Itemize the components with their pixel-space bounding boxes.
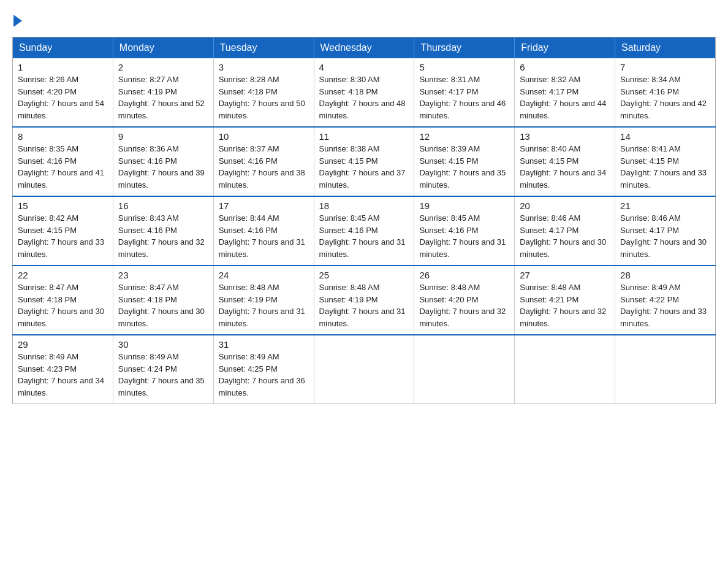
calendar-cell: 14 Sunrise: 8:41 AM Sunset: 4:15 PM Dayl…	[615, 127, 716, 196]
calendar-cell: 15 Sunrise: 8:42 AM Sunset: 4:15 PM Dayl…	[13, 196, 113, 266]
calendar-cell: 27 Sunrise: 8:48 AM Sunset: 4:21 PM Dayl…	[515, 266, 615, 335]
day-number: 27	[520, 270, 610, 280]
day-info: Sunrise: 8:48 AM Sunset: 4:21 PM Dayligh…	[520, 282, 610, 329]
calendar-cell: 13 Sunrise: 8:40 AM Sunset: 4:15 PM Dayl…	[515, 127, 615, 196]
day-number: 15	[18, 201, 108, 211]
calendar-cell: 28 Sunrise: 8:49 AM Sunset: 4:22 PM Dayl…	[615, 266, 716, 335]
day-number: 3	[219, 62, 309, 72]
calendar-cell: 3 Sunrise: 8:28 AM Sunset: 4:18 PM Dayli…	[213, 58, 314, 127]
day-info: Sunrise: 8:30 AM Sunset: 4:18 PM Dayligh…	[319, 74, 409, 121]
header-monday: Monday	[113, 37, 213, 59]
calendar-week-row: 8 Sunrise: 8:35 AM Sunset: 4:16 PM Dayli…	[13, 127, 716, 196]
day-number: 25	[319, 270, 409, 280]
calendar-cell: 31 Sunrise: 8:49 AM Sunset: 4:25 PM Dayl…	[213, 335, 314, 404]
day-number: 19	[419, 201, 509, 211]
day-info: Sunrise: 8:48 AM Sunset: 4:19 PM Dayligh…	[219, 282, 309, 329]
calendar-cell: 21 Sunrise: 8:46 AM Sunset: 4:17 PM Dayl…	[615, 196, 716, 266]
calendar-cell	[314, 335, 414, 404]
day-number: 7	[620, 62, 710, 72]
calendar-cell: 8 Sunrise: 8:35 AM Sunset: 4:16 PM Dayli…	[13, 127, 113, 196]
calendar-cell: 25 Sunrise: 8:48 AM Sunset: 4:19 PM Dayl…	[314, 266, 414, 335]
day-number: 22	[18, 270, 108, 280]
day-number: 2	[118, 62, 208, 72]
day-info: Sunrise: 8:46 AM Sunset: 4:17 PM Dayligh…	[520, 212, 610, 260]
calendar-cell	[615, 335, 716, 404]
day-number: 4	[319, 62, 409, 72]
calendar-cell: 1 Sunrise: 8:26 AM Sunset: 4:20 PM Dayli…	[13, 58, 113, 127]
day-number: 24	[219, 270, 309, 280]
header-tuesday: Tuesday	[213, 37, 314, 59]
day-info: Sunrise: 8:44 AM Sunset: 4:16 PM Dayligh…	[219, 212, 309, 260]
day-info: Sunrise: 8:48 AM Sunset: 4:20 PM Dayligh…	[419, 282, 509, 329]
day-number: 5	[419, 62, 509, 72]
calendar-cell: 17 Sunrise: 8:44 AM Sunset: 4:16 PM Dayl…	[213, 196, 314, 266]
day-info: Sunrise: 8:48 AM Sunset: 4:19 PM Dayligh…	[319, 282, 409, 329]
day-number: 18	[319, 201, 409, 211]
calendar-cell: 10 Sunrise: 8:37 AM Sunset: 4:16 PM Dayl…	[213, 127, 314, 196]
calendar-table: Sunday Monday Tuesday Wednesday Thursday…	[12, 37, 716, 404]
calendar-cell: 29 Sunrise: 8:49 AM Sunset: 4:23 PM Dayl…	[13, 335, 113, 404]
day-number: 1	[18, 62, 108, 72]
day-number: 30	[118, 339, 208, 350]
day-info: Sunrise: 8:34 AM Sunset: 4:16 PM Dayligh…	[620, 74, 710, 121]
day-number: 14	[620, 131, 710, 142]
calendar-week-row: 1 Sunrise: 8:26 AM Sunset: 4:20 PM Dayli…	[13, 58, 716, 127]
day-number: 31	[219, 339, 309, 350]
header-wednesday: Wednesday	[314, 37, 414, 59]
day-info: Sunrise: 8:47 AM Sunset: 4:18 PM Dayligh…	[118, 282, 208, 329]
day-info: Sunrise: 8:46 AM Sunset: 4:17 PM Dayligh…	[620, 212, 710, 260]
day-number: 10	[219, 131, 309, 142]
page-header	[12, 12, 716, 27]
calendar-cell: 19 Sunrise: 8:45 AM Sunset: 4:16 PM Dayl…	[414, 196, 515, 266]
day-info: Sunrise: 8:31 AM Sunset: 4:17 PM Dayligh…	[419, 74, 509, 121]
day-info: Sunrise: 8:36 AM Sunset: 4:16 PM Dayligh…	[118, 143, 208, 191]
calendar-cell	[515, 335, 615, 404]
calendar-cell: 22 Sunrise: 8:47 AM Sunset: 4:18 PM Dayl…	[13, 266, 113, 335]
logo-arrow-icon	[13, 15, 22, 27]
calendar-cell: 4 Sunrise: 8:30 AM Sunset: 4:18 PM Dayli…	[314, 58, 414, 127]
calendar-cell: 6 Sunrise: 8:32 AM Sunset: 4:17 PM Dayli…	[515, 58, 615, 127]
calendar-cell: 30 Sunrise: 8:49 AM Sunset: 4:24 PM Dayl…	[113, 335, 213, 404]
day-number: 17	[219, 201, 309, 211]
calendar-week-row: 22 Sunrise: 8:47 AM Sunset: 4:18 PM Dayl…	[13, 266, 716, 335]
day-number: 11	[319, 131, 409, 142]
calendar-cell: 5 Sunrise: 8:31 AM Sunset: 4:17 PM Dayli…	[414, 58, 515, 127]
day-number: 20	[520, 201, 610, 211]
day-info: Sunrise: 8:26 AM Sunset: 4:20 PM Dayligh…	[18, 74, 108, 121]
day-info: Sunrise: 8:45 AM Sunset: 4:16 PM Dayligh…	[319, 212, 409, 260]
calendar-cell: 18 Sunrise: 8:45 AM Sunset: 4:16 PM Dayl…	[314, 196, 414, 266]
calendar-cell: 24 Sunrise: 8:48 AM Sunset: 4:19 PM Dayl…	[213, 266, 314, 335]
header-thursday: Thursday	[414, 37, 515, 59]
day-number: 26	[419, 270, 509, 280]
calendar-header-row: Sunday Monday Tuesday Wednesday Thursday…	[13, 37, 716, 59]
day-info: Sunrise: 8:49 AM Sunset: 4:23 PM Dayligh…	[18, 351, 108, 399]
day-info: Sunrise: 8:45 AM Sunset: 4:16 PM Dayligh…	[419, 212, 509, 260]
calendar-week-row: 29 Sunrise: 8:49 AM Sunset: 4:23 PM Dayl…	[13, 335, 716, 404]
day-number: 21	[620, 201, 710, 211]
day-info: Sunrise: 8:39 AM Sunset: 4:15 PM Dayligh…	[419, 143, 509, 191]
logo	[12, 12, 22, 27]
day-info: Sunrise: 8:42 AM Sunset: 4:15 PM Dayligh…	[18, 212, 108, 260]
day-number: 6	[520, 62, 610, 72]
day-info: Sunrise: 8:47 AM Sunset: 4:18 PM Dayligh…	[18, 282, 108, 329]
day-info: Sunrise: 8:27 AM Sunset: 4:19 PM Dayligh…	[118, 74, 208, 121]
calendar-cell: 20 Sunrise: 8:46 AM Sunset: 4:17 PM Dayl…	[515, 196, 615, 266]
calendar-cell: 16 Sunrise: 8:43 AM Sunset: 4:16 PM Dayl…	[113, 196, 213, 266]
day-number: 28	[620, 270, 710, 280]
day-info: Sunrise: 8:32 AM Sunset: 4:17 PM Dayligh…	[520, 74, 610, 121]
day-number: 8	[18, 131, 108, 142]
day-number: 12	[419, 131, 509, 142]
day-info: Sunrise: 8:38 AM Sunset: 4:15 PM Dayligh…	[319, 143, 409, 191]
calendar-cell: 23 Sunrise: 8:47 AM Sunset: 4:18 PM Dayl…	[113, 266, 213, 335]
day-number: 9	[118, 131, 208, 142]
day-info: Sunrise: 8:49 AM Sunset: 4:24 PM Dayligh…	[118, 351, 208, 399]
day-number: 23	[118, 270, 208, 280]
calendar-cell: 7 Sunrise: 8:34 AM Sunset: 4:16 PM Dayli…	[615, 58, 716, 127]
header-saturday: Saturday	[615, 37, 716, 59]
calendar-cell: 12 Sunrise: 8:39 AM Sunset: 4:15 PM Dayl…	[414, 127, 515, 196]
day-info: Sunrise: 8:49 AM Sunset: 4:25 PM Dayligh…	[219, 351, 309, 399]
calendar-cell: 9 Sunrise: 8:36 AM Sunset: 4:16 PM Dayli…	[113, 127, 213, 196]
day-info: Sunrise: 8:35 AM Sunset: 4:16 PM Dayligh…	[18, 143, 108, 191]
day-info: Sunrise: 8:28 AM Sunset: 4:18 PM Dayligh…	[219, 74, 309, 121]
header-sunday: Sunday	[13, 37, 113, 59]
